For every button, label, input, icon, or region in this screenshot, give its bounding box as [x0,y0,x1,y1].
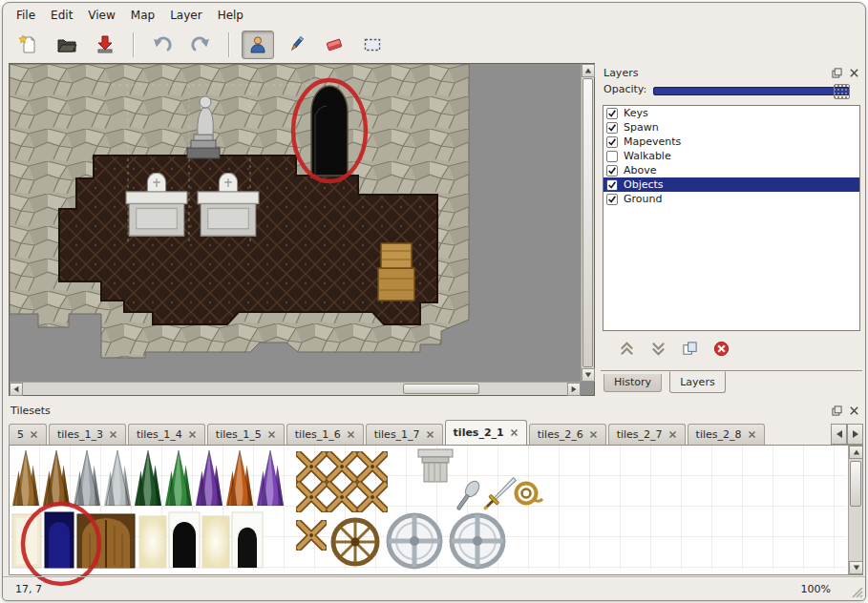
layer-visibility-checkbox[interactable] [606,179,618,191]
horizontal-scroll-thumb[interactable] [403,384,479,394]
layer-row-walkable[interactable]: Walkable [603,149,859,163]
tileset-tab-tiles-2-7[interactable]: tiles_2_7 [608,424,686,445]
tile-glow-2[interactable] [202,516,229,568]
close-tab-button[interactable] [109,430,117,439]
layer-visibility-checkbox[interactable] [606,151,618,162]
zoom-level: 100% [801,583,831,595]
close-icon [188,430,197,439]
layer-row-above[interactable]: Above [603,163,859,177]
duplicate-layer-icon [681,341,699,357]
menubar: File Edit View Map Layer Help [3,3,865,27]
close-tab-button[interactable] [589,430,598,439]
move-layer-down-button[interactable] [646,339,669,359]
menu-map[interactable]: Map [123,5,162,26]
place-character-tool-button[interactable] [242,31,274,59]
tile-round-metal-gate[interactable] [389,515,440,567]
layer-row-mapevents[interactable]: Mapevents [603,135,859,149]
close-tab-button[interactable] [188,430,197,439]
close-tab-button[interactable] [267,430,276,439]
tileset-content [9,445,863,575]
place-character-icon [247,34,268,55]
resize-grip[interactable] [849,584,863,598]
tileset-tab-tiles-1-5[interactable]: tiles_1_5 [207,424,285,445]
opacity-slider-handle[interactable] [834,84,850,99]
layer-name: Mapevents [624,135,681,148]
tileset-tab-tiles-2-1[interactable]: tiles_2_1 [445,420,527,446]
menu-file[interactable]: File [9,5,43,26]
delete-layer-button[interactable] [709,339,732,359]
menu-view[interactable]: View [80,5,122,26]
map-canvas[interactable] [10,64,581,382]
tab-layers[interactable]: Layers [669,371,725,393]
layer-visibility-checkbox[interactable] [606,165,618,177]
tile-dark-arch-doorway[interactable] [169,512,200,568]
save-button[interactable] [89,31,121,59]
toolbar-separator-2 [228,32,230,57]
layer-visibility-checkbox[interactable] [606,108,618,119]
layer-visibility-checkbox[interactable] [606,194,618,205]
scroll-right-button[interactable] [567,383,581,396]
tile-round-metal-gate-2[interactable] [452,515,503,567]
close-tab-button[interactable] [748,430,756,439]
layer-visibility-checkbox[interactable] [606,136,618,148]
close-tab-button[interactable] [668,430,677,439]
layer-actions [615,339,732,359]
tileset-tab-tiles-1-4[interactable]: tiles_1_4 [128,424,205,445]
duplicate-layer-button[interactable] [678,339,701,359]
tile-dark-blue-door-selected[interactable] [45,512,74,568]
scroll-tabs-right-button[interactable] [847,424,863,445]
vertical-scroll-thumb[interactable] [582,78,593,367]
tileset-tab-tiles-1-6[interactable]: tiles_1_6 [286,424,364,445]
close-panel-button[interactable] [847,67,861,80]
tab-history[interactable]: History [603,374,662,392]
tileset-tab-tiles-1-7[interactable]: tiles_1_7 [366,424,443,445]
close-tab-button[interactable] [426,430,434,439]
opacity-slider[interactable] [653,87,850,95]
tileset-tab-tiles-1-3[interactable]: tiles_1_3 [49,424,126,445]
layer-name: Walkable [624,150,671,162]
close-icon [109,430,117,439]
layer-visibility-checkbox[interactable] [606,122,618,134]
tileset-tab-label: tiles_1_6 [295,428,341,441]
close-tab-button[interactable] [510,428,519,437]
tileset-tab-tiles-2-8[interactable]: tiles_2_8 [688,424,765,445]
tileset-canvas[interactable] [10,446,846,570]
tile-pale-stone[interactable] [12,514,41,568]
float-tilesets-button[interactable] [830,405,844,418]
tile-glow[interactable] [139,516,166,568]
move-layer-up-button[interactable] [615,339,638,359]
scroll-left-button[interactable] [10,383,23,396]
scroll-up-button[interactable] [582,64,595,77]
redo-button[interactable] [184,31,217,59]
vertical-scroll-thumb[interactable] [850,461,861,507]
menu-layer[interactable]: Layer [162,5,209,26]
open-folder-button[interactable] [51,31,83,59]
tileset-tab-5[interactable]: 5 [9,424,47,445]
paint-tool-button[interactable] [280,31,312,59]
eraser-tool-button[interactable] [318,31,350,59]
map-vertical-scrollbar[interactable] [581,64,594,382]
layer-row-ground[interactable]: Ground [603,192,859,206]
menu-edit[interactable]: Edit [43,5,80,26]
menu-help[interactable]: Help [210,5,251,26]
close-tilesets-button[interactable] [847,405,861,418]
tile-dark-arch-doorway-2[interactable] [232,512,263,568]
scroll-tabs-left-button[interactable] [831,424,847,445]
scroll-up-button[interactable] [849,446,863,459]
layer-row-objects[interactable]: Objects [603,177,859,192]
close-tab-button[interactable] [347,430,355,439]
tile-wooden-double-door[interactable] [77,514,135,568]
tile-wagon-wheel[interactable] [333,520,377,564]
scroll-down-button[interactable] [849,561,863,574]
float-panel-button[interactable] [830,67,844,80]
new-file-button[interactable] [12,31,45,59]
tileset-vertical-scrollbar[interactable] [848,446,862,574]
close-tab-button[interactable] [30,430,38,439]
map-horizontal-scrollbar[interactable] [10,382,581,395]
rect-select-tool-button[interactable] [356,31,389,59]
layer-row-keys[interactable]: Keys [603,106,859,120]
layer-row-spawn[interactable]: Spawn [603,120,859,135]
scroll-down-button[interactable] [582,368,595,382]
tileset-tab-tiles-2-6[interactable]: tiles_2_6 [529,424,606,445]
undo-button[interactable] [146,31,179,59]
